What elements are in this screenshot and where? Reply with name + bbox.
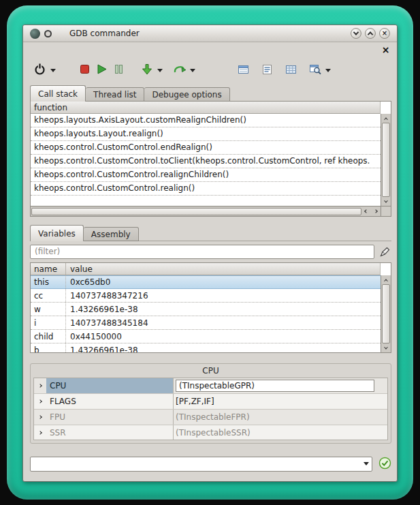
cpu-row[interactable]: SSR (TInspectableSSR) bbox=[34, 425, 387, 440]
column-header-name[interactable]: name bbox=[31, 263, 66, 275]
pause-button[interactable] bbox=[110, 62, 127, 79]
call-stack-list: kheops.layouts.AxisLayout.customRealignC… bbox=[31, 114, 381, 206]
inspect-button[interactable] bbox=[306, 62, 323, 79]
chevron-down-icon bbox=[384, 198, 388, 202]
expander-button[interactable] bbox=[34, 378, 46, 393]
expander-button[interactable] bbox=[34, 425, 46, 440]
variable-row[interactable]: i 140737488345184 bbox=[31, 316, 381, 330]
variables-filter-row bbox=[30, 244, 391, 259]
filter-pen-icon[interactable] bbox=[378, 245, 391, 258]
variable-row[interactable]: child 0x44150000 bbox=[31, 330, 381, 343]
chevron-right-icon bbox=[38, 399, 42, 403]
cpu-register-name-selected[interactable]: CPU bbox=[46, 378, 173, 393]
minimize-button[interactable] bbox=[351, 28, 361, 39]
window-title: GDB commander bbox=[69, 29, 140, 38]
scroll-right-button[interactable] bbox=[371, 206, 381, 217]
scrollbar-thumb[interactable] bbox=[382, 284, 390, 343]
memory-button[interactable] bbox=[282, 62, 300, 79]
step-over-dropdown[interactable] bbox=[188, 62, 197, 79]
frames-button[interactable] bbox=[235, 62, 252, 79]
cpu-register-name[interactable]: FLAGS bbox=[46, 394, 173, 409]
stop-icon bbox=[80, 64, 90, 76]
dropdown-arrow-icon bbox=[325, 69, 331, 72]
run-button[interactable] bbox=[93, 62, 110, 79]
command-input[interactable] bbox=[31, 458, 360, 470]
tab-debugee-options[interactable]: Debugee options bbox=[144, 87, 229, 102]
tab-label: Thread list bbox=[93, 90, 136, 100]
cpu-register-name[interactable]: SSR bbox=[46, 425, 173, 440]
call-stack-row[interactable]: kheops.layouts.Layout.realign() bbox=[31, 127, 381, 141]
combo-dropdown-button[interactable] bbox=[360, 457, 372, 471]
chevron-right-icon bbox=[38, 415, 42, 419]
chevron-up-icon bbox=[384, 279, 388, 283]
command-combobox[interactable] bbox=[30, 457, 372, 472]
step-in-button[interactable] bbox=[138, 62, 155, 79]
scroll-left-button[interactable] bbox=[361, 206, 371, 217]
cpu-groupbox: CPU CPU (TInspectableGPR) FLAGS [PF,ZF,I… bbox=[30, 363, 391, 444]
inspect-dropdown[interactable] bbox=[323, 62, 332, 79]
cpu-row[interactable]: FPU (TInspectableFPR) bbox=[34, 410, 387, 425]
tab-variables[interactable]: Variables bbox=[30, 225, 84, 241]
tab-call-stack[interactable]: Call stack bbox=[30, 85, 86, 102]
debug-toolbar bbox=[31, 60, 389, 80]
cpu-row[interactable]: FLAGS [PF,ZF,IF] bbox=[34, 394, 387, 410]
scroll-up-button[interactable] bbox=[381, 275, 391, 284]
scrollbar-thumb[interactable] bbox=[31, 208, 361, 215]
cpu-register-value: (TInspectableFPR) bbox=[173, 410, 387, 425]
call-stack-row[interactable]: kheops.control.CustomControl.realign() bbox=[31, 182, 381, 196]
close-button[interactable]: × bbox=[379, 28, 390, 39]
variables-header: name value bbox=[31, 263, 381, 275]
expander-button[interactable] bbox=[34, 410, 46, 425]
cpu-register-value-cell: (TInspectableGPR) bbox=[173, 378, 387, 393]
chevron-right-icon bbox=[38, 431, 42, 435]
tab-thread-list[interactable]: Thread list bbox=[86, 87, 144, 102]
stop-button[interactable] bbox=[76, 62, 93, 79]
call-stack-row[interactable]: kheops.control.CustomControl.endRealign(… bbox=[31, 141, 381, 155]
power-icon bbox=[33, 63, 46, 78]
step-over-button[interactable] bbox=[171, 62, 188, 79]
variable-row[interactable]: w 1.43266961e-38 bbox=[31, 303, 381, 316]
variable-name: b bbox=[31, 343, 66, 352]
maximize-button[interactable] bbox=[365, 28, 376, 39]
app-menu-icon[interactable] bbox=[44, 30, 52, 37]
scrollbar-thumb[interactable] bbox=[382, 123, 390, 197]
call-stack-horizontal-scrollbar[interactable] bbox=[31, 206, 381, 216]
scroll-down-button[interactable] bbox=[381, 343, 391, 352]
cpu-register-name[interactable]: FPU bbox=[46, 410, 173, 425]
instruction-list-button[interactable] bbox=[259, 62, 276, 79]
column-header-value[interactable]: value bbox=[66, 263, 380, 275]
cpu-value-editor[interactable]: (TInspectableGPR) bbox=[176, 380, 374, 392]
call-stack-row[interactable]: kheops.control.CustomControl.toClient(kh… bbox=[31, 155, 381, 168]
titlebar[interactable]: GDB commander × bbox=[23, 25, 397, 42]
step-in-dropdown[interactable] bbox=[155, 62, 164, 79]
power-dropdown[interactable] bbox=[48, 62, 57, 79]
cpu-group-title: CPU bbox=[31, 364, 391, 377]
dropdown-arrow-icon bbox=[190, 69, 195, 72]
cpu-row[interactable]: CPU (TInspectableGPR) bbox=[34, 378, 387, 394]
variables-vertical-scrollbar[interactable] bbox=[381, 275, 391, 352]
panel-close-button[interactable]: × bbox=[381, 44, 391, 55]
scroll-down-button[interactable] bbox=[381, 197, 391, 206]
call-stack-row[interactable]: kheops.control.CustomControl.realignChil… bbox=[31, 168, 381, 182]
variable-name: i bbox=[31, 316, 66, 329]
filter-input[interactable] bbox=[30, 245, 374, 259]
variable-row[interactable]: cc 140737488347216 bbox=[31, 289, 381, 303]
power-button[interactable] bbox=[31, 62, 48, 79]
variable-row-selected[interactable]: this 0xc65db0 bbox=[31, 275, 381, 289]
variable-row[interactable]: b 1.43266961e-38 bbox=[31, 343, 381, 352]
scroll-up-button[interactable] bbox=[381, 114, 391, 123]
cpu-register-value: (TInspectableSSR) bbox=[173, 425, 387, 440]
call-stack-row[interactable]: kheops.layouts.AxisLayout.customRealignC… bbox=[31, 114, 381, 127]
pause-icon bbox=[114, 64, 124, 76]
frames-icon bbox=[238, 64, 249, 77]
call-stack-vertical-scrollbar[interactable] bbox=[381, 114, 391, 206]
expander-button[interactable] bbox=[34, 394, 46, 409]
dropdown-arrow-icon bbox=[157, 69, 163, 72]
chevron-up-icon bbox=[384, 117, 388, 121]
send-command-button[interactable] bbox=[378, 457, 391, 471]
step-in-icon bbox=[141, 63, 153, 78]
tab-assembly[interactable]: Assembly bbox=[84, 227, 139, 241]
run-icon bbox=[96, 63, 108, 77]
chevron-right-icon bbox=[38, 384, 42, 388]
call-stack-header-function[interactable]: function bbox=[31, 102, 381, 114]
